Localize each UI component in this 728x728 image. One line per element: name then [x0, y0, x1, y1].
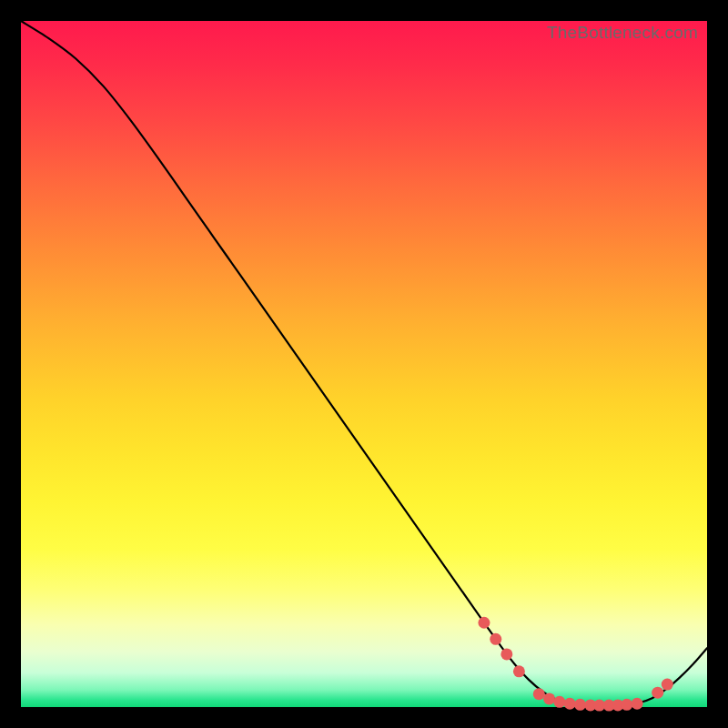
curve-marker [632, 698, 643, 710]
curve-marker [652, 687, 663, 699]
chart-svg [21, 21, 707, 707]
curve-marker [513, 665, 525, 677]
curve-marker [500, 648, 512, 660]
curve-marker [662, 679, 673, 691]
chart-plot-area: TheBottleneck.com [21, 21, 707, 707]
curve-marker [553, 696, 565, 708]
marker-group [478, 617, 672, 712]
curve-marker [574, 699, 586, 711]
curve-marker [490, 633, 501, 645]
curve-marker [564, 698, 576, 710]
curve-marker [543, 693, 555, 704]
bottleneck-curve [21, 21, 707, 706]
curve-marker [478, 617, 490, 629]
curve-marker [621, 699, 632, 711]
chart-frame: TheBottleneck.com [0, 0, 728, 728]
curve-marker [533, 688, 545, 700]
